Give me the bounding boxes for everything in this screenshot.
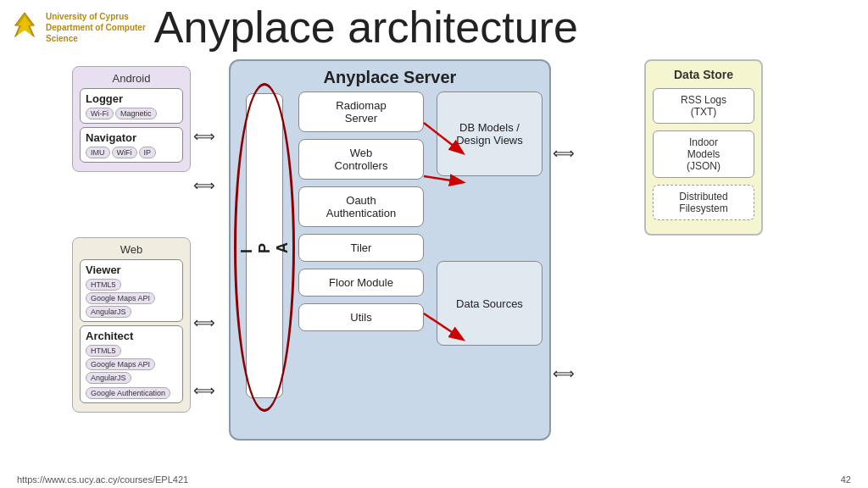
tag-gmaps-a: Google Maps API <box>86 358 155 370</box>
tag-gauth: Google Authentication <box>86 387 170 399</box>
tag-html5-v: HTML5 <box>86 279 121 291</box>
architect-tags: HTML5 Google Maps API AngularJS Google A… <box>86 345 177 399</box>
logger-block: Logger Wi-Fi Magnetic <box>80 88 183 124</box>
tag-magnetic: Magnetic <box>115 108 157 119</box>
android-arrow-bottom: ⟺ <box>193 176 215 195</box>
viewer-title: Viewer <box>86 263 177 276</box>
api-column: API <box>246 93 283 398</box>
logo-area: University of Cyprus Department of Compu… <box>8 11 146 44</box>
tag-html5-a: HTML5 <box>86 345 121 357</box>
web-arrow-bottom: ⟺ <box>193 381 215 400</box>
web-box: Web Viewer HTML5 Google Maps API Angular… <box>72 237 191 413</box>
navigator-tags: IMU WiFi IP <box>86 147 177 158</box>
module-radiomap: RadiomapServer <box>298 92 424 132</box>
tag-angular-v: AngularJS <box>86 306 131 318</box>
right-column: DB Models /Design Views Data Sources <box>437 92 542 352</box>
main-title: Anyplace architecture <box>154 5 578 49</box>
ds-rss: RSS Logs(TXT) <box>653 88 754 124</box>
api-text: API <box>238 239 292 253</box>
ds-arrow-bottom: ⟺ <box>553 364 575 383</box>
logger-title: Logger <box>86 92 177 105</box>
viewer-tags: HTML5 Google Maps API AngularJS <box>86 279 177 318</box>
tag-wifiNav: WiFi <box>112 147 137 158</box>
navigator-title: Navigator <box>86 131 177 144</box>
web-arrow-top: ⟺ <box>193 313 215 332</box>
header: University of Cyprus Department of Compu… <box>0 0 868 49</box>
server-title: Anyplace Server <box>239 68 541 87</box>
module-floor: Floor Module <box>298 269 424 297</box>
logo-text: University of Cyprus Department of Compu… <box>46 11 146 44</box>
module-webcontrollers: WebControllers <box>298 139 424 180</box>
ds-indoor: IndoorModels(JSON) <box>653 130 754 178</box>
ds-filesystem: DistributedFilesystem <box>653 185 754 220</box>
module-oauth: OauthAuthentication <box>298 186 424 227</box>
architect-title: Architect <box>86 330 177 342</box>
diagram: Android Logger Wi-Fi Magnetic Navigator … <box>0 51 868 466</box>
android-box: Android Logger Wi-Fi Magnetic Navigator … <box>72 66 191 172</box>
footer-url: https://www.cs.ucy.ac.cy/courses/EPL421 <box>17 474 188 485</box>
viewer-block: Viewer HTML5 Google Maps API AngularJS <box>80 259 183 322</box>
android-arrow-top: ⟺ <box>193 127 215 146</box>
db-models-block: DB Models /Design Views <box>437 92 542 176</box>
tag-wifi: Wi-Fi <box>86 108 114 119</box>
modules-column: RadiomapServer WebControllers OauthAuthe… <box>298 92 424 338</box>
module-tiler: Tiler <box>298 234 424 262</box>
data-sources-block: Data Sources <box>437 261 542 346</box>
module-utils: Utils <box>298 303 424 331</box>
tag-angular-a: AngularJS <box>86 372 131 384</box>
footer-page: 42 <box>841 474 851 485</box>
datastore-box: Data Store RSS Logs(TXT) IndoorModels(JS… <box>644 59 763 236</box>
ds-arrow-top: ⟺ <box>553 144 575 163</box>
tag-imu: IMU <box>86 147 110 158</box>
tag-gmaps-v: Google Maps API <box>86 292 155 304</box>
datastore-title: Data Store <box>653 68 754 81</box>
ucy-logo-icon <box>8 11 41 43</box>
footer: https://www.cs.ucy.ac.cy/courses/EPL421 … <box>0 474 868 485</box>
web-label: Web <box>80 243 183 256</box>
android-label: Android <box>80 72 183 85</box>
logger-tags: Wi-Fi Magnetic <box>86 108 177 119</box>
navigator-block: Navigator IMU WiFi IP <box>80 127 183 163</box>
tag-ip: IP <box>139 147 157 158</box>
architect-block: Architect HTML5 Google Maps API AngularJ… <box>80 325 183 403</box>
